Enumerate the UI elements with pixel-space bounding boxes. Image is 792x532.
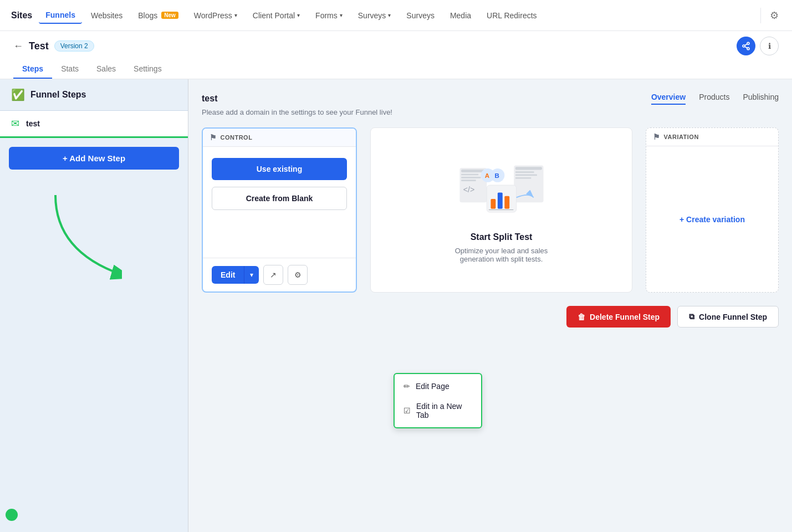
sidebar-title: Funnel Steps — [30, 90, 86, 100]
brand-logo: Sites — [11, 11, 32, 21]
svg-rect-10 — [461, 180, 476, 181]
sidebar: ✅ Funnel Steps ✉ test + Add New Step — [0, 79, 188, 532]
svg-rect-9 — [461, 177, 481, 178]
svg-rect-23 — [497, 192, 502, 208]
svg-rect-14 — [515, 171, 534, 173]
variation-label: ⚑ VARIATION — [646, 128, 778, 146]
external-link-icon: ↗ — [270, 270, 277, 279]
nav-item-chat-widget[interactable]: Surveys — [400, 8, 441, 23]
chevron-down-icon: ▾ — [297, 12, 300, 18]
clone-label: Clone Funnel Step — [699, 313, 767, 321]
nav-item-url-redirects[interactable]: URL Redirects — [480, 8, 544, 23]
sidebar-header: ✅ Funnel Steps — [0, 79, 188, 111]
top-navigation: Sites Funnels Websites Blogs New WordPre… — [0, 0, 792, 31]
svg-text:B: B — [494, 172, 499, 179]
green-arrow-icon — [33, 190, 122, 289]
check-square-icon: ☑ — [403, 406, 411, 415]
add-new-step-button[interactable]: + Add New Step — [9, 147, 179, 170]
header-actions: ℹ — [737, 37, 779, 55]
split-test-illustration: </> A B — [457, 157, 546, 223]
nav-item-wordpress[interactable]: WordPress ▾ — [187, 8, 244, 23]
nav-item-blogs[interactable]: Blogs New — [131, 8, 185, 23]
gear-icon[interactable]: ⚙ — [768, 7, 781, 24]
nav-item-funnels[interactable]: Funnels — [39, 7, 82, 24]
edit-new-tab-label: Edit in a New Tab — [416, 402, 472, 420]
domain-notice: Please add a domain in the settings to s… — [202, 108, 779, 116]
panel-actions: Edit ▾ ↗ ⚙ — [203, 258, 356, 291]
new-badge: New — [161, 12, 178, 19]
bottom-actions: 🗑 Delete Funnel Step ⧉ Clone Funnel Step — [202, 306, 779, 328]
split-test-area: </> A B — [370, 127, 632, 293]
chevron-down-icon: ▾ — [388, 12, 391, 18]
email-icon: ✉ — [11, 117, 19, 130]
nav-divider — [760, 8, 761, 23]
gear-icon: ⚙ — [294, 270, 302, 279]
create-variation-button[interactable]: + Create variation — [679, 215, 745, 224]
edit-new-tab-menu-item[interactable]: ☑ Edit in a New Tab — [395, 396, 481, 425]
content-tab-overview[interactable]: Overview — [651, 93, 686, 105]
tab-sales[interactable]: Sales — [88, 60, 125, 79]
nav-item-media[interactable]: Media — [443, 8, 478, 23]
delete-funnel-step-button[interactable]: 🗑 Delete Funnel Step — [566, 306, 671, 328]
trash-icon: 🗑 — [578, 313, 585, 321]
tab-stats[interactable]: Stats — [52, 60, 88, 79]
edit-page-label: Edit Page — [416, 382, 449, 391]
svg-text:A: A — [484, 172, 489, 179]
page-title: Test — [29, 40, 49, 52]
nav-item-client-portal[interactable]: Client Portal ▾ — [246, 8, 306, 23]
split-test-description: Optimize your lead and sales generation … — [446, 247, 557, 263]
tab-settings[interactable]: Settings — [125, 60, 171, 79]
svg-point-1 — [743, 45, 745, 47]
settings-button[interactable]: ⚙ — [288, 265, 308, 285]
use-existing-button[interactable]: Use existing — [212, 158, 347, 180]
step-name: test — [26, 119, 40, 128]
svg-line-4 — [745, 44, 748, 45]
status-indicator — [6, 509, 18, 521]
content-area: test Overview Products Publishing Please… — [188, 79, 792, 532]
funnel-name: test — [202, 94, 217, 104]
create-from-blank-button[interactable]: Create from Blank — [212, 187, 347, 210]
svg-rect-7 — [461, 170, 486, 172]
funnel-step-item[interactable]: ✉ test — [0, 111, 188, 138]
copy-icon: ⧉ — [689, 312, 694, 321]
nav-item-surveys[interactable]: Surveys ▾ — [351, 8, 398, 23]
breadcrumb: ← Test Version 2 ℹ — [13, 37, 779, 60]
variation-content: + Create variation — [646, 146, 778, 292]
edit-page-menu-item[interactable]: ✏ Edit Page — [395, 376, 481, 396]
back-button[interactable]: ← — [13, 40, 23, 52]
svg-point-0 — [747, 42, 749, 44]
sub-tabs: Steps Stats Sales Settings — [13, 60, 779, 79]
svg-point-2 — [747, 48, 749, 50]
svg-rect-22 — [490, 199, 495, 209]
svg-rect-24 — [504, 196, 509, 209]
chevron-down-icon: ▾ — [340, 12, 343, 18]
tab-steps[interactable]: Steps — [13, 60, 52, 79]
chevron-down-icon: ▾ — [234, 12, 237, 18]
control-panel: ⚑ CONTROL Use existing Create from Blank… — [202, 127, 357, 293]
clone-funnel-step-button[interactable]: ⧉ Clone Funnel Step — [677, 306, 779, 328]
open-new-tab-button[interactable]: ↗ — [263, 265, 283, 285]
info-button[interactable]: ℹ — [760, 37, 779, 55]
delete-label: Delete Funnel Step — [590, 313, 660, 321]
content-tabs: Overview Products Publishing — [651, 93, 779, 105]
flag-icon: ⚑ — [653, 132, 661, 141]
share-button[interactable] — [737, 37, 755, 55]
control-label-text: CONTROL — [221, 134, 253, 141]
dropdown-menu: ✏ Edit Page ☑ Edit in a New Tab — [394, 373, 482, 428]
content-header: test Overview Products Publishing — [202, 93, 779, 105]
edit-dropdown-button[interactable]: ▾ — [244, 266, 259, 284]
main-layout: ✅ Funnel Steps ✉ test + Add New Step tes… — [0, 79, 792, 532]
edit-button[interactable]: Edit — [212, 266, 244, 284]
svg-text:</>: </> — [463, 185, 474, 194]
control-panel-label: ⚑ CONTROL — [203, 129, 356, 147]
svg-rect-8 — [461, 174, 478, 176]
pencil-icon: ✏ — [403, 382, 410, 391]
version-badge: Version 2 — [54, 40, 94, 52]
nav-item-forms[interactable]: Forms ▾ — [309, 8, 349, 23]
sub-header: ← Test Version 2 ℹ Steps Stats Sales Set… — [0, 31, 792, 79]
nav-item-websites[interactable]: Websites — [84, 8, 129, 23]
content-tab-products[interactable]: Products — [699, 93, 729, 105]
content-tab-publishing[interactable]: Publishing — [743, 93, 779, 105]
svg-rect-15 — [515, 175, 536, 176]
panel-content: Use existing Create from Blank — [203, 147, 356, 258]
